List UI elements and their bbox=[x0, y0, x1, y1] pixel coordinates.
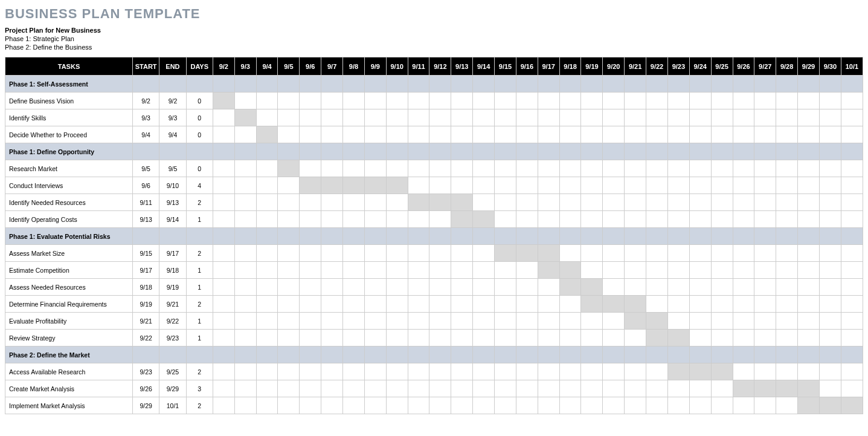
gantt-cell bbox=[559, 363, 581, 380]
cell-end bbox=[159, 228, 186, 245]
col-date: 9/30 bbox=[819, 57, 841, 76]
gantt-cell bbox=[776, 397, 798, 414]
gantt-cell bbox=[213, 330, 234, 347]
gantt-cell bbox=[495, 177, 516, 194]
gantt-cell bbox=[625, 397, 646, 414]
gantt-cell bbox=[516, 160, 538, 177]
cell-start: 9/4 bbox=[132, 126, 159, 143]
gantt-cell bbox=[408, 109, 429, 126]
gantt-cell bbox=[776, 109, 798, 126]
col-date: 9/26 bbox=[733, 57, 754, 76]
gantt-cell bbox=[667, 380, 689, 397]
gantt-cell bbox=[321, 397, 343, 414]
gantt-cell bbox=[386, 126, 408, 143]
col-date: 9/13 bbox=[451, 57, 473, 76]
phase-date-cell bbox=[776, 347, 798, 363]
col-date: 9/11 bbox=[408, 57, 429, 76]
gantt-cell bbox=[689, 330, 711, 347]
gantt-cell bbox=[213, 194, 234, 211]
gantt-cell bbox=[473, 397, 495, 414]
gantt-cell bbox=[408, 160, 429, 177]
gantt-cell bbox=[581, 363, 603, 380]
gantt-cell bbox=[408, 211, 429, 228]
gantt-cell bbox=[451, 397, 473, 414]
gantt-cell bbox=[711, 126, 733, 143]
gantt-cell bbox=[386, 363, 408, 380]
gantt-cell bbox=[667, 211, 689, 228]
gantt-cell bbox=[234, 245, 256, 262]
gantt-cell bbox=[603, 397, 625, 414]
phase-line-1: Phase 1: Strategic Plan bbox=[5, 35, 863, 42]
gantt-cell bbox=[278, 194, 300, 211]
gantt-cell bbox=[213, 177, 234, 194]
gantt-cell bbox=[689, 262, 711, 279]
task-label: Identify Operating Costs bbox=[5, 211, 133, 228]
task-label: Review Strategy bbox=[5, 330, 133, 347]
gantt-cell bbox=[603, 330, 625, 347]
gantt-cell bbox=[213, 211, 234, 228]
gantt-bar-cell bbox=[559, 262, 581, 279]
gantt-cell bbox=[495, 126, 516, 143]
gantt-cell bbox=[495, 109, 516, 126]
gantt-cell bbox=[538, 397, 559, 414]
gantt-cell bbox=[667, 194, 689, 211]
gantt-cell bbox=[234, 211, 256, 228]
gantt-cell bbox=[300, 245, 321, 262]
gantt-cell bbox=[408, 279, 429, 296]
gantt-cell bbox=[711, 160, 733, 177]
task-row: Decide Whether to Proceed9/49/40 bbox=[5, 126, 863, 143]
gantt-cell bbox=[711, 109, 733, 126]
gantt-cell bbox=[408, 296, 429, 313]
gantt-cell bbox=[300, 126, 321, 143]
gantt-cell bbox=[343, 330, 365, 347]
gantt-cell bbox=[711, 262, 733, 279]
cell-start: 9/29 bbox=[132, 397, 159, 414]
gantt-cell bbox=[213, 363, 234, 380]
gantt-cell bbox=[603, 160, 625, 177]
phase-date-cell bbox=[646, 347, 668, 363]
phase-date-cell bbox=[256, 228, 278, 245]
gantt-cell bbox=[538, 313, 559, 330]
phase-date-cell bbox=[581, 76, 603, 93]
gantt-cell bbox=[234, 160, 256, 177]
gantt-cell bbox=[343, 296, 365, 313]
gantt-bar-cell bbox=[495, 245, 516, 262]
phase-label: Phase 1: Self-Assessment bbox=[5, 76, 133, 93]
col-date: 10/1 bbox=[841, 57, 863, 76]
gantt-cell bbox=[429, 211, 451, 228]
gantt-cell bbox=[667, 109, 689, 126]
gantt-cell bbox=[321, 109, 343, 126]
gantt-cell bbox=[711, 313, 733, 330]
gantt-cell bbox=[516, 313, 538, 330]
phase-date-cell bbox=[819, 143, 841, 160]
phase-date-cell bbox=[603, 228, 625, 245]
gantt-cell bbox=[559, 296, 581, 313]
col-end: END bbox=[159, 57, 186, 76]
gantt-cell bbox=[667, 313, 689, 330]
gantt-cell bbox=[386, 380, 408, 397]
gantt-cell bbox=[841, 177, 863, 194]
gantt-cell bbox=[841, 313, 863, 330]
phase-date-cell bbox=[300, 347, 321, 363]
gantt-bar-cell bbox=[667, 330, 689, 347]
gantt-cell bbox=[559, 109, 581, 126]
cell-days: 0 bbox=[186, 109, 213, 126]
cell-end: 9/19 bbox=[159, 279, 186, 296]
task-row: Conduct Interviews9/69/104 bbox=[5, 177, 863, 194]
table-header-row: TASKS START END DAYS 9/29/39/49/59/69/79… bbox=[5, 57, 863, 76]
gantt-bar-cell bbox=[234, 109, 256, 126]
gantt-cell bbox=[559, 397, 581, 414]
gantt-bar-cell bbox=[646, 313, 668, 330]
gantt-cell bbox=[667, 245, 689, 262]
phase-date-cell bbox=[473, 228, 495, 245]
gantt-cell bbox=[603, 211, 625, 228]
phase-row: Phase 1: Self-Assessment bbox=[5, 76, 863, 93]
cell-end: 9/22 bbox=[159, 313, 186, 330]
gantt-cell bbox=[256, 279, 278, 296]
gantt-cell bbox=[689, 279, 711, 296]
gantt-cell bbox=[819, 211, 841, 228]
phase-date-cell bbox=[213, 143, 234, 160]
gantt-cell bbox=[213, 296, 234, 313]
gantt-cell bbox=[646, 397, 668, 414]
cell-end bbox=[159, 76, 186, 93]
